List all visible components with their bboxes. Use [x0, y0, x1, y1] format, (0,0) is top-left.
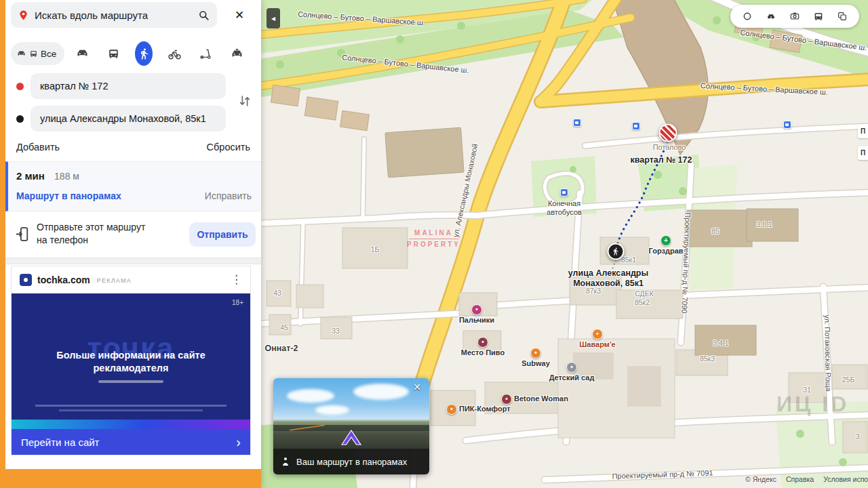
search-icon[interactable]	[197, 9, 210, 22]
map-control-transport[interactable]	[809, 7, 828, 26]
map-control-mirrors[interactable]	[762, 7, 781, 26]
selected-mode-highlight	[135, 41, 153, 66]
magnifier-icon	[197, 9, 210, 22]
bus-stop-icon[interactable]	[783, 121, 791, 129]
poi-icon: •	[530, 348, 541, 359]
swap-arrows-icon	[237, 94, 252, 108]
bus-stop-icon[interactable]	[573, 119, 581, 127]
ad-headline-line2: рекламодателя	[94, 363, 169, 373]
close-panorama-button[interactable]: ✕	[409, 381, 425, 393]
waypoint-actions: Добавить Сбросить	[11, 138, 256, 156]
send-to-phone-row: Отправьте этот маршрут на телефон Отправ…	[5, 212, 261, 257]
ad-cta-label: Перейти на сайт	[21, 436, 100, 448]
bus-terminal-line1: Конечная	[527, 199, 601, 208]
waypoint-a-input[interactable]: квартал № 172	[31, 73, 226, 99]
mode-bike-button[interactable]	[161, 41, 188, 66]
map-pin-icon	[18, 9, 29, 21]
add-waypoint-button[interactable]: Добавить	[11, 140, 65, 154]
mode-taxi-button[interactable]	[223, 41, 250, 66]
watermark-line2: PROPERTY	[407, 241, 460, 249]
bus-terminal-label: Конечная автобусов	[527, 199, 601, 217]
help-link[interactable]: Справка	[786, 475, 814, 483]
search-along-route-field[interactable]: Искать вдоль маршрута	[11, 2, 217, 28]
waypoint-b-input[interactable]: улица Александры Монаховой, 85к1	[31, 106, 226, 131]
pedestrian-icon	[612, 247, 620, 256]
end-point-label: квартал № 172	[631, 155, 692, 165]
map-controls	[730, 5, 859, 28]
mode-transit-button[interactable]	[100, 41, 127, 66]
send-text-line1: Отправьте этот маршрут	[37, 222, 145, 232]
poi-label: Betone Woman	[514, 394, 568, 403]
mode-all-button[interactable]: Все	[11, 42, 64, 65]
send-to-phone-icon	[15, 226, 32, 243]
search-placeholder: Искать вдоль маршрута	[35, 9, 197, 21]
watermark-rule	[409, 239, 459, 239]
car-icon	[75, 47, 90, 61]
bus-icon	[107, 47, 120, 60]
route-edit-link[interactable]: Исправить	[205, 190, 252, 201]
car-icon	[16, 49, 26, 59]
mode-car-button[interactable]	[68, 41, 96, 66]
window-edge-left	[0, 0, 5, 488]
poi-icon: •	[471, 304, 482, 315]
ad-cta-button[interactable]: Перейти на сайт ›	[12, 429, 250, 455]
poi-icon: •	[566, 362, 577, 373]
mode-all-label: Все	[41, 49, 56, 59]
section-divider	[5, 258, 261, 264]
bus-icon	[29, 49, 38, 58]
district-label: Потапово	[653, 143, 686, 151]
ad-legal-line	[35, 405, 226, 407]
route-duration: 2 мин	[16, 170, 45, 182]
map-control-layers[interactable]	[738, 7, 757, 26]
poi-label: Горздрав	[648, 247, 683, 255]
poi-label: Детский сад	[549, 373, 595, 382]
taxi-icon	[230, 47, 244, 61]
bicycle-icon	[167, 47, 182, 61]
copyright-label: © Яндекс	[745, 475, 776, 483]
tochka-logo	[20, 274, 32, 286]
cloud-shape	[315, 405, 349, 415]
transport-mode-bar: Все	[5, 39, 261, 68]
ad-legal-line	[59, 409, 202, 411]
reset-route-button[interactable]: Сбросить	[201, 140, 256, 154]
collapse-sidebar-button[interactable]: ◂	[267, 8, 280, 28]
binoculars-icon	[766, 9, 776, 23]
ad-card: tochka.com РЕКЛАМА ⋮ 18+ точка Больше ин…	[11, 266, 251, 455]
route-summary: 2 мин 188 м	[16, 170, 79, 182]
map-attribution: © Яндекс Справка Условия использ	[745, 475, 868, 483]
ad-menu-button[interactable]: ⋮	[231, 272, 242, 287]
map-control-panoramas[interactable]	[833, 7, 852, 26]
person-icon	[280, 456, 291, 467]
route-start-marker[interactable]	[608, 243, 625, 260]
route-distance: 188 м	[54, 171, 79, 182]
waypoint-b-row: улица Александры Монаховой, 85к1	[16, 106, 226, 131]
panorama-caption: Ваш маршрут в панорамах	[296, 457, 407, 467]
map-control-cameras[interactable]	[785, 7, 804, 26]
bus-terminal: Конечная автобусов	[527, 187, 601, 217]
panorama-arrow-icon	[338, 428, 365, 446]
bus-stop-icon[interactable]	[632, 122, 640, 130]
swap-waypoints-button[interactable]	[235, 91, 255, 111]
send-text-line2: на телефон	[37, 235, 88, 245]
mode-pedestrian-button[interactable]	[131, 41, 157, 66]
send-button[interactable]: Отправить	[189, 222, 256, 247]
ad-badge: РЕКЛАМА	[97, 277, 132, 284]
cloud-shape	[287, 389, 334, 403]
map-canvas[interactable]: Солнцево – Бутово – Варшавское ш.Солнцев…	[261, 0, 868, 488]
close-search-button[interactable]: ✕	[224, 2, 255, 28]
route-summary-card[interactable]: 2 мин 188 м Маршрут в панорамах Исправит…	[5, 161, 261, 211]
panorama-preview[interactable]: ✕ Ваш маршрут в панорамах	[273, 378, 429, 474]
panorama-thumbnail	[273, 378, 429, 449]
poi-label: Место Пиво	[461, 348, 505, 357]
route-panoramas-link[interactable]: Маршрут в панорамах	[16, 190, 121, 201]
poi-icon: •	[477, 337, 488, 348]
watermark-corner: ИЦ ID	[776, 392, 849, 417]
mode-scooter-button[interactable]	[192, 41, 219, 66]
terms-link[interactable]: Условия использ	[823, 475, 868, 483]
poi-label: Пальчики	[459, 316, 494, 324]
ad-gradient-strip	[12, 420, 250, 429]
ad-banner[interactable]: 18+ точка Больше информации на сайте рек…	[12, 293, 250, 429]
start-point-line2: Монаховой, 85к1	[568, 279, 648, 289]
route-end-marker[interactable]	[659, 124, 677, 142]
poi-icon: +	[660, 235, 671, 246]
